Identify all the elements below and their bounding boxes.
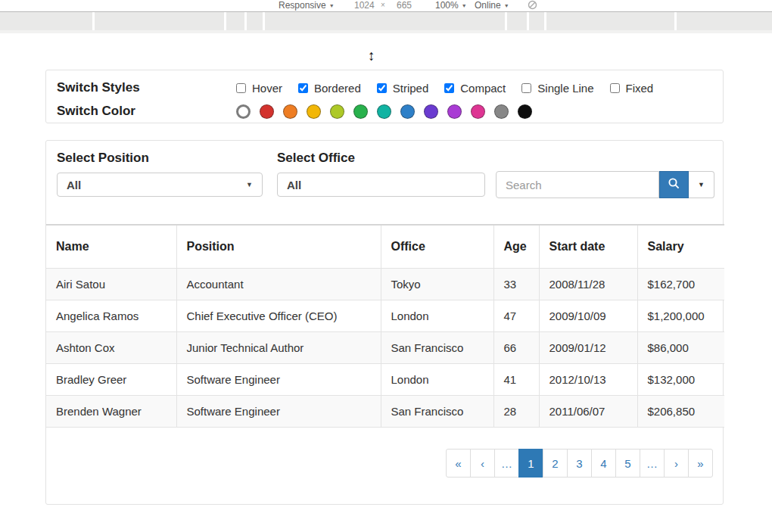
table-row[interactable]: Ashton Cox Junior Technical Author San F… [46, 332, 724, 364]
cell-salary: $132,000 [637, 364, 724, 396]
cell-salary: $86,000 [637, 332, 724, 364]
search-input[interactable] [496, 171, 659, 198]
striped-checkbox[interactable] [377, 83, 387, 93]
page-next-button[interactable]: › [664, 449, 689, 478]
style-option-single-line[interactable]: Single Line [521, 82, 593, 95]
column-header-position[interactable]: Position [176, 225, 381, 269]
switch-styles-row: Switch Styles Hover Bordered Striped Com… [57, 79, 712, 97]
network-throttle-dropdown[interactable]: Online ▼ [475, 0, 509, 11]
zoom-dropdown[interactable]: 100% ▼ [435, 0, 467, 11]
page-ellipsis-right[interactable]: … [640, 449, 665, 478]
fixed-checkbox[interactable] [610, 83, 620, 93]
color-swatch-violet[interactable] [424, 104, 438, 119]
hover-checkbox[interactable] [236, 83, 246, 93]
zoom-value: 100% [435, 0, 459, 11]
chevron-down-icon: ▼ [504, 3, 509, 8]
search-button[interactable] [659, 171, 689, 198]
tab-separator [527, 12, 529, 30]
page-last-button[interactable]: » [688, 449, 713, 478]
table-row[interactable]: Bradley Greer Software Engineer London 4… [46, 364, 724, 396]
color-swatch-gray[interactable] [494, 104, 509, 119]
search-icon [668, 177, 680, 193]
color-swatch-blue[interactable] [400, 104, 415, 119]
cell-position: Accountant [176, 269, 381, 300]
page-5-button[interactable]: 5 [615, 449, 640, 478]
bordered-checkbox[interactable] [298, 83, 308, 93]
cell-start-date: 2008/11/28 [539, 269, 637, 300]
cell-age: 41 [493, 364, 539, 396]
color-swatch-teal[interactable] [377, 104, 391, 119]
page-viewport: ↕ Switch Styles Hover Bordered Striped [0, 33, 772, 532]
cell-position: Chief Executive Officer (CEO) [176, 300, 381, 332]
color-swatch-red[interactable] [260, 104, 274, 119]
style-option-striped[interactable]: Striped [377, 82, 429, 95]
table-row[interactable]: Brenden Wagner Software Engineer San Fra… [46, 396, 724, 428]
page-2-button[interactable]: 2 [543, 449, 568, 478]
page-ellipsis-left[interactable]: … [494, 449, 519, 478]
cell-salary: $206,850 [637, 396, 724, 428]
column-header-name[interactable]: Name [46, 225, 176, 269]
style-option-compact[interactable]: Compact [444, 82, 506, 95]
viewport-height-field[interactable]: 665 [397, 0, 412, 11]
style-option-bordered[interactable]: Bordered [298, 82, 361, 95]
table-row[interactable]: Airi Satou Accountant Tokyo 33 2008/11/2… [46, 269, 724, 300]
switch-styles-label: Switch Styles [57, 80, 236, 95]
cell-name: Ashton Cox [46, 332, 176, 364]
tab-separator [505, 12, 507, 30]
column-header-salary[interactable]: Salary [637, 225, 724, 269]
viewport-width-field[interactable]: 1024 [354, 0, 375, 11]
cell-office: London [381, 364, 493, 396]
cell-name: Airi Satou [46, 269, 176, 300]
cell-age: 28 [493, 396, 539, 428]
style-option-fixed[interactable]: Fixed [610, 82, 654, 95]
cell-office: San Francisco [381, 396, 493, 428]
position-select[interactable]: All ▼ [57, 173, 263, 197]
cell-start-date: 2012/10/13 [539, 364, 637, 396]
color-swatch-purple[interactable] [447, 104, 462, 119]
single-line-label: Single Line [537, 82, 593, 95]
chevron-down-icon: ▼ [329, 3, 335, 8]
column-header-start-date[interactable]: Start date [539, 225, 637, 269]
dimension-separator: × [381, 1, 385, 9]
search-options-button[interactable]: ▼ [689, 171, 714, 198]
pagination: « ‹ … 1 2 3 4 5 … › » [446, 449, 713, 478]
color-swatch-pink[interactable] [471, 104, 485, 119]
single-line-checkbox[interactable] [521, 83, 531, 93]
tab-separator [244, 12, 247, 30]
page-prev-button[interactable]: ‹ [470, 449, 495, 478]
device-toolbar: Responsive ▼ 1024 × 665 100% ▼ Online ▼ [0, 0, 772, 11]
bordered-label: Bordered [314, 82, 361, 95]
page-1-button[interactable]: 1 [518, 449, 543, 478]
tab-separator [263, 12, 265, 30]
page-first-button[interactable]: « [446, 449, 471, 478]
page-3-button[interactable]: 3 [567, 449, 592, 478]
tab-separator [92, 12, 95, 30]
color-swatch-green[interactable] [353, 104, 368, 119]
page-4-button[interactable]: 4 [591, 449, 616, 478]
column-header-office[interactable]: Office [381, 225, 493, 269]
screen: Responsive ▼ 1024 × 665 100% ▼ Online ▼ [0, 0, 772, 532]
fixed-label: Fixed [626, 82, 654, 95]
table-row[interactable]: Angelica Ramos Chief Executive Officer (… [46, 300, 724, 332]
color-swatch-orange[interactable] [283, 104, 297, 119]
color-swatch-yellow-green[interactable] [330, 104, 344, 119]
chevron-down-icon: ▼ [246, 182, 253, 188]
color-swatch-black[interactable] [518, 104, 532, 119]
cell-name: Brenden Wagner [46, 396, 176, 428]
compact-checkbox[interactable] [444, 83, 454, 93]
style-option-hover[interactable]: Hover [236, 82, 282, 95]
color-swatch-amber[interactable] [307, 104, 321, 119]
cell-start-date: 2009/10/09 [539, 300, 637, 332]
no-throttling-icon[interactable] [528, 0, 537, 12]
tab-separator [544, 12, 546, 30]
color-swatch-white[interactable] [236, 104, 251, 119]
office-select[interactable]: All [277, 173, 485, 197]
column-header-age[interactable]: Age [493, 225, 539, 269]
tab-separator [224, 12, 226, 30]
device-type-dropdown[interactable]: Responsive ▼ [279, 0, 335, 11]
cell-age: 47 [493, 300, 539, 332]
cell-office: San Francisco [381, 332, 493, 364]
ns-resize-cursor-icon: ↕ [368, 48, 375, 63]
cell-name: Bradley Greer [46, 364, 176, 396]
cell-name: Angelica Ramos [46, 300, 176, 332]
